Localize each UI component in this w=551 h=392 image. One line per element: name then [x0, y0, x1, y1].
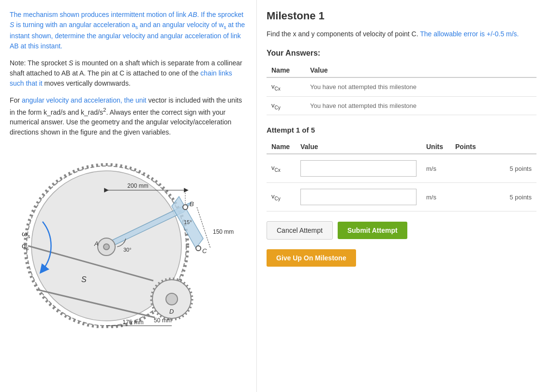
answer-name-vcx: vCx: [267, 77, 305, 96]
answer-value-vcx: You have not attempted this milestone: [305, 77, 536, 96]
svg-point-11: [104, 244, 109, 250]
svg-text:15°: 15°: [184, 219, 192, 225]
svg-text:150 mm: 150 mm: [213, 228, 234, 235]
your-answers-title: Your Answers:: [267, 49, 536, 58]
input-points-vcx: 5 points: [450, 154, 536, 183]
input-units-vcy: m/s: [421, 183, 450, 211]
svg-point-21: [166, 293, 178, 305]
input-name-vcx: vCx: [267, 154, 296, 183]
svg-point-17: [196, 246, 201, 251]
svg-text:175 mm: 175 mm: [122, 319, 143, 326]
vcx-input[interactable]: [300, 160, 417, 177]
svg-text:αs: αs: [22, 241, 29, 251]
attempt-section: Attempt 1 of 5 Name Value Units Points v…: [267, 126, 536, 211]
cancel-attempt-button[interactable]: Cancel Attempt: [267, 221, 333, 240]
left-panel: The mechanism shown produces intermitten…: [0, 0, 256, 392]
svg-text:30°: 30°: [123, 247, 132, 253]
milestone-title: Milestone 1: [267, 10, 536, 22]
mechanism-diagram: S 200 mm: [10, 144, 247, 328]
svg-text:50 mm: 50 mm: [154, 317, 172, 324]
attempt-col-points: Points: [450, 140, 536, 154]
giveup-button-row: Give Up On Milestone: [267, 249, 536, 267]
table-row: vCx You have not attempted this mileston…: [267, 77, 536, 96]
svg-text:ωs: ωs: [22, 229, 30, 239]
svg-point-8: [183, 205, 188, 210]
svg-text:C: C: [202, 247, 207, 255]
svg-text:A: A: [94, 240, 99, 247]
attempt-col-units: Units: [421, 140, 450, 154]
svg-text:B: B: [190, 200, 194, 208]
diagram-area: S 200 mm: [10, 144, 247, 328]
svg-text:D: D: [169, 308, 174, 315]
input-points-vcy: 5 points: [450, 183, 536, 211]
answer-value-vcy: You have not attempted this milestone: [305, 96, 536, 115]
input-value-vcx: [296, 154, 421, 183]
milestone-description: Find the x and y components of velocity …: [267, 29, 536, 39]
action-buttons-row: Cancel Attempt Submit Attempt: [267, 221, 536, 240]
vcy-input[interactable]: [300, 189, 417, 205]
input-units-vcx: m/s: [421, 154, 450, 183]
table-row: vCx m/s 5 points: [267, 154, 536, 183]
table-row: vCy You have not attempted this mileston…: [267, 96, 536, 115]
answer-name-vcy: vCy: [267, 96, 305, 115]
give-up-milestone-button[interactable]: Give Up On Milestone: [267, 249, 356, 267]
attempt-col-value: Value: [296, 140, 421, 154]
answers-col-value: Value: [305, 63, 536, 77]
label-S: S: [81, 275, 87, 284]
table-row: vCy m/s 5 points: [267, 183, 536, 211]
attempt-table: Name Value Units Points vCx m/s 5 points: [267, 140, 536, 211]
input-name-vcy: vCy: [267, 183, 296, 211]
problem-text-1: The mechanism shown produces intermitten…: [10, 10, 247, 51]
svg-text:200 mm: 200 mm: [127, 182, 148, 189]
attempt-col-name: Name: [267, 140, 296, 154]
submit-attempt-button[interactable]: Submit Attempt: [338, 222, 407, 239]
problem-text-3: For angular velocity and acceleration, t…: [10, 95, 247, 138]
problem-text-2: Note: The sprocket S is mounted on a sha…: [10, 58, 247, 89]
right-panel: Milestone 1 Find the x and y components …: [256, 0, 551, 392]
input-value-vcy: [296, 183, 421, 211]
answers-table: Name Value vCx You have not attempted th…: [267, 63, 536, 115]
attempt-title: Attempt 1 of 5: [267, 126, 536, 134]
answers-col-name: Name: [267, 63, 305, 77]
